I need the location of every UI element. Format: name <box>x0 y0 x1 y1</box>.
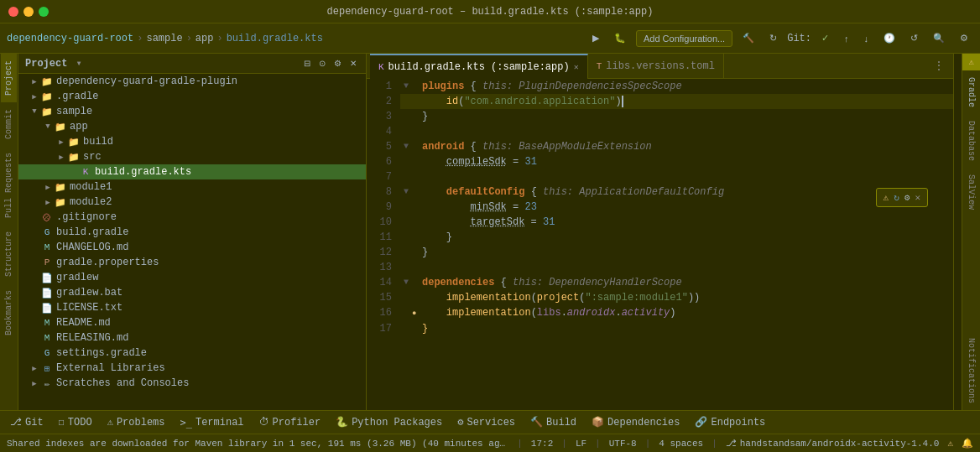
sidebar-settings-btn[interactable]: ⚙ <box>331 57 344 70</box>
tab-more-button[interactable]: ⋮ <box>928 59 950 73</box>
status-notifications-btn[interactable]: 🔔 <box>962 438 973 449</box>
collapse-all-btn[interactable]: ⊟ <box>301 57 313 70</box>
warning-panel-close-icon[interactable]: ✕ <box>915 192 920 203</box>
debug-button[interactable]: 🐛 <box>609 30 631 46</box>
commit-tool-button[interactable]: Commit <box>1 102 17 146</box>
git-history-btn[interactable]: 🕐 <box>878 30 900 46</box>
undo-btn[interactable]: ↺ <box>905 30 923 46</box>
line-content-4[interactable] <box>415 124 953 139</box>
build-bottom-tool[interactable]: 🔨 Build <box>524 414 583 430</box>
notifications-tool-button[interactable]: Notifications <box>963 331 979 410</box>
line-content-6[interactable]: compileSdk = 31 <box>415 154 953 169</box>
sync-btn[interactable]: ↻ <box>764 30 782 46</box>
git-branch-status[interactable]: ⎇ handstandsam/androidx-activity-1.4.0 <box>726 438 940 449</box>
tree-item-gitignore[interactable]: ▶ ⛒ .gitignore <box>18 210 366 225</box>
breadcrumb-part-2[interactable]: sample <box>146 33 182 44</box>
line-content-3[interactable]: } <box>415 109 953 124</box>
tab-build-gradle[interactable]: K build.gradle.kts (:sample:app) ✕ <box>370 54 588 79</box>
tree-item-gradle-props[interactable]: ▶ P gradle.properties <box>18 255 366 270</box>
line-content-2[interactable]: id("com.android.application") <box>415 94 953 109</box>
project-tool-button[interactable]: Project <box>1 54 17 102</box>
charset[interactable]: UTF-8 <box>609 439 637 449</box>
tree-item-gradlew-bat[interactable]: ▶ 📄 gradlew.bat <box>18 285 366 300</box>
gradle-tool-button[interactable]: Gradle <box>963 70 979 114</box>
line-content-11[interactable]: } <box>415 230 953 245</box>
bookmarks-tool-button[interactable]: Bookmarks <box>1 283 17 342</box>
structure-tool-button[interactable]: Structure <box>1 225 17 283</box>
line-content-7[interactable] <box>415 169 953 184</box>
sal-view-tool-button[interactable]: SalView <box>963 168 979 216</box>
tree-item-build-gradle-root[interactable]: ▶ G build.gradle <box>18 225 366 240</box>
settings-btn[interactable]: ⚙ <box>955 30 973 46</box>
fold-5[interactable]: ▼ <box>400 139 412 154</box>
terminal-bottom-tool[interactable]: >_ Terminal <box>174 415 251 430</box>
sidebar-close-btn[interactable]: ✕ <box>347 57 359 70</box>
tree-item-src[interactable]: ▶ 📁 src <box>18 149 366 164</box>
services-bottom-tool[interactable]: ⚙ Services <box>451 414 522 430</box>
maximize-button[interactable] <box>39 7 49 17</box>
tree-item-app[interactable]: ▼ 📁 app <box>18 119 366 134</box>
fold-14[interactable]: ▼ <box>400 275 412 290</box>
line-content-17[interactable]: } <box>415 321 953 336</box>
tree-item-gradlew[interactable]: ▶ 📄 gradlew <box>18 270 366 285</box>
problems-bottom-tool[interactable]: ⚠ Problems <box>101 414 172 430</box>
git-bottom-tool[interactable]: ⎇ Git <box>3 414 50 430</box>
breadcrumb-part-1[interactable]: dependency-guard-root <box>7 33 133 44</box>
tab-libs-versions[interactable]: T libs.versions.toml <box>588 54 724 79</box>
search-btn[interactable]: 🔍 <box>928 30 950 46</box>
line-endings[interactable]: LF <box>576 439 586 449</box>
database-tool-button[interactable]: Database <box>963 114 979 168</box>
code-editor[interactable]: ⚠ ↻ ⚙ ✕ 1 ▼ plugins { this: PluginDepend… <box>367 79 953 410</box>
tree-item-ext-libs[interactable]: ▶ ⊞ External Libraries <box>18 361 366 376</box>
line-content-10[interactable]: targetSdk = 31 <box>415 215 953 230</box>
status-warnings-btn[interactable]: ⚠ <box>947 438 953 449</box>
tree-item-settings-gradle[interactable]: ▶ G settings.gradle <box>18 345 366 361</box>
scrollbar-area[interactable] <box>953 54 962 410</box>
tab-close-build-gradle[interactable]: ✕ <box>574 62 579 72</box>
git-pull-btn[interactable]: ↓ <box>859 31 874 46</box>
tree-item-build-gradle-kts[interactable]: ▶ K build.gradle.kts <box>18 164 366 179</box>
fold-1[interactable]: ▼ <box>400 79 412 94</box>
tree-item-sample[interactable]: ▼ 📁 sample <box>18 104 366 119</box>
endpoints-bottom-tool[interactable]: 🔗 Endpoints <box>688 414 772 430</box>
todo-bottom-tool[interactable]: ☐ TODO <box>52 414 99 430</box>
scroll-to-btn[interactable]: ⊙ <box>316 57 328 70</box>
indent-setting[interactable]: 4 spaces <box>659 439 703 449</box>
pull-requests-tool-button[interactable]: Pull Requests <box>1 146 17 225</box>
project-dropdown-icon[interactable]: ▾ <box>76 57 81 70</box>
python-packages-bottom-tool[interactable]: 🐍 Python Packages <box>329 414 449 430</box>
run-button[interactable]: ▶ <box>587 30 604 46</box>
minimize-button[interactable] <box>23 7 34 17</box>
profiler-bottom-tool[interactable]: ⏱ Profiler <box>253 414 328 430</box>
git-checkmark-btn[interactable]: ✓ <box>816 30 834 46</box>
tree-item-readme[interactable]: ▶ M README.md <box>18 315 366 330</box>
tree-item-gradle-dir[interactable]: ▶ 📁 .gradle <box>18 89 366 104</box>
line-content-8[interactable]: defaultConfig { this: ApplicationDefault… <box>415 184 953 200</box>
cursor-position[interactable]: 17:2 <box>531 439 553 449</box>
window-controls[interactable] <box>8 7 49 17</box>
warning-indicator[interactable]: ⚠ <box>962 54 980 70</box>
line-content-12[interactable]: } <box>415 245 953 260</box>
tree-item-plugin[interactable]: ▶ 📁 dependency-guard-gradle-plugin <box>18 74 366 89</box>
warning-panel-refresh-icon[interactable]: ↻ <box>894 192 899 203</box>
line-content-15[interactable]: implementation(project(":sample:module1"… <box>415 290 953 305</box>
tree-item-scratches[interactable]: ▶ ✏ Scratches and Consoles <box>18 376 366 391</box>
tree-item-module2[interactable]: ▶ 📁 module2 <box>18 195 366 210</box>
add-config-button[interactable]: Add Configuration... <box>636 30 732 47</box>
breadcrumb-part-3[interactable]: app <box>195 33 214 44</box>
line-content-5[interactable]: android { this: BaseAppModuleExtension <box>415 139 953 154</box>
build-toolbar-btn[interactable]: 🔨 <box>738 30 759 46</box>
close-button[interactable] <box>8 7 18 17</box>
dependencies-bottom-tool[interactable]: 📦 Dependencies <box>585 414 686 430</box>
tree-item-build-dir[interactable]: ▶ 📁 build <box>18 134 366 149</box>
warning-panel-settings-icon[interactable]: ⚙ <box>904 192 910 203</box>
tree-item-module1[interactable]: ▶ 📁 module1 <box>18 179 366 195</box>
tree-item-releasing[interactable]: ▶ M RELEASING.md <box>18 330 366 345</box>
fold-8[interactable]: ▼ <box>400 184 412 200</box>
line-content-1[interactable]: plugins { this: PluginDependenciesSpecSc… <box>415 79 953 94</box>
line-content-16[interactable]: implementation(libs.androidx.activity) <box>415 305 953 321</box>
line-content-13[interactable] <box>415 260 953 275</box>
git-push-btn[interactable]: ↑ <box>839 31 854 46</box>
tree-item-license[interactable]: ▶ 📄 LICENSE.txt <box>18 300 366 315</box>
line-content-9[interactable]: minSdk = 23 <box>415 200 953 215</box>
